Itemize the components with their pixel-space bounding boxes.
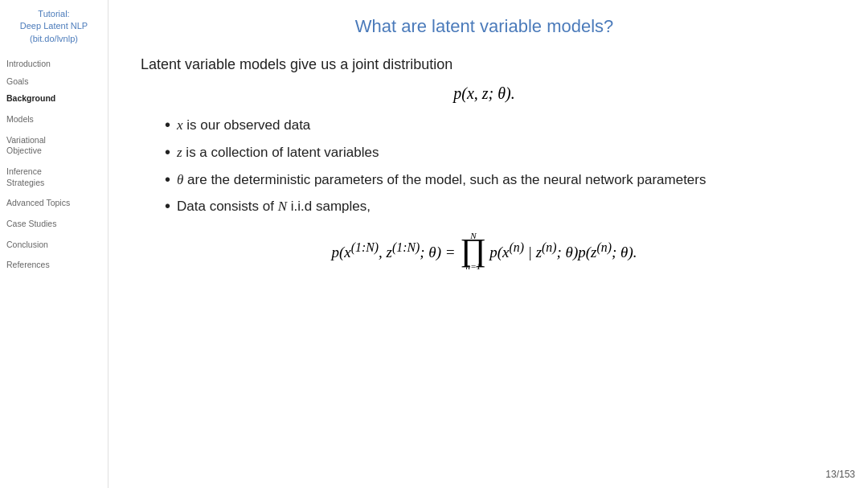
sidebar-item-references[interactable]: References bbox=[6, 259, 101, 272]
formula-product: p(x(1:N), z(1:N); θ) = N ∏ n=1 p(x(n) | … bbox=[141, 231, 828, 271]
sidebar-nav: Introduction Goals Background Models Var… bbox=[6, 58, 101, 272]
sidebar-item-background[interactable]: Background bbox=[6, 92, 101, 105]
sidebar-item-conclusion[interactable]: Conclusion bbox=[6, 239, 101, 252]
sidebar-item-case[interactable]: Case Studies bbox=[6, 218, 101, 231]
bullet-item-x: • x is our observed data bbox=[165, 116, 828, 135]
bullet-dot-1: • bbox=[165, 115, 170, 134]
bullet-text-theta: θ are the deterministic parameters of th… bbox=[177, 170, 828, 190]
sidebar-item-goals[interactable]: Goals bbox=[6, 76, 101, 88]
bullet-item-theta: • θ are the deterministic parameters of … bbox=[165, 170, 828, 190]
sidebar-title-line3: (bit.do/lvnlp) bbox=[30, 34, 78, 43]
sidebar-item-introduction[interactable]: Introduction bbox=[6, 58, 101, 71]
sidebar-title-line2: Deep Latent NLP bbox=[20, 21, 88, 31]
bullet-dot-3: • bbox=[165, 170, 170, 189]
page-counter: 13/153 bbox=[825, 469, 855, 480]
sidebar-item-inference[interactable]: Inference Strategies bbox=[6, 166, 101, 189]
bullet-dot-4: • bbox=[165, 196, 170, 215]
sidebar-title: Tutorial: Deep Latent NLP (bit.do/lvnlp) bbox=[6, 8, 101, 45]
bullet-dot-2: • bbox=[165, 142, 170, 162]
bullet-item-z: • z is a collection of latent variables bbox=[165, 143, 828, 162]
main-content: What are latent variable models? Latent … bbox=[108, 0, 868, 488]
formula-main: p(x, z; θ). bbox=[141, 84, 828, 103]
slide-title: What are latent variable models? bbox=[141, 16, 828, 37]
bullet-text-data: Data consists of N i.i.d samples, bbox=[177, 197, 828, 216]
bullet-list: • x is our observed data • z is a collec… bbox=[165, 116, 828, 216]
bullet-item-data: • Data consists of N i.i.d samples, bbox=[165, 197, 828, 216]
sidebar-item-variational[interactable]: Variational Objective bbox=[6, 134, 101, 158]
sidebar-item-models[interactable]: Models bbox=[6, 113, 101, 126]
bullet-text-z: z is a collection of latent variables bbox=[177, 143, 828, 162]
sidebar-title-line1: Tutorial: bbox=[38, 9, 69, 18]
bullet-text-x: x is our observed data bbox=[177, 116, 828, 135]
sidebar-item-advanced[interactable]: Advanced Topics bbox=[6, 197, 101, 210]
intro-text: Latent variable models give us a joint d… bbox=[141, 56, 828, 73]
sidebar: Tutorial: Deep Latent NLP (bit.do/lvnlp)… bbox=[0, 0, 108, 488]
